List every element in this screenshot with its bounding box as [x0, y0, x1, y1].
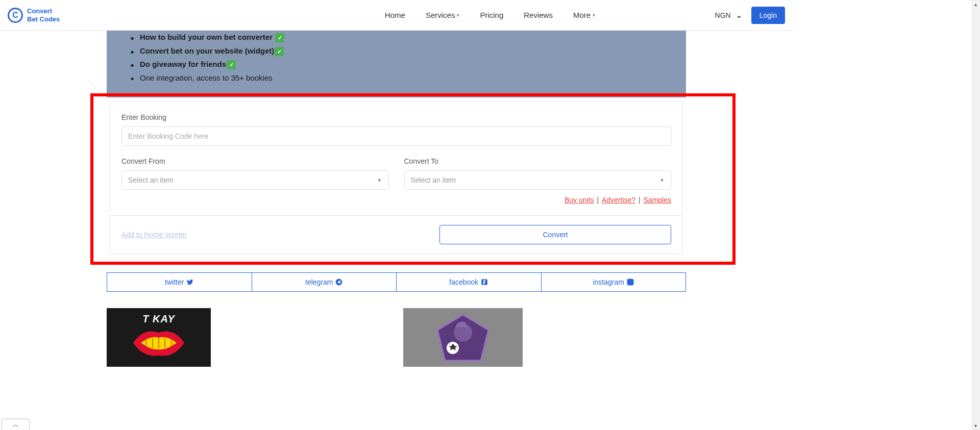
links-row: Buy units | Advertise? | Samples [121, 196, 671, 215]
header-right: NGN ⌄ Login [715, 7, 785, 24]
promo-item: Do giveaway for friends✓ [140, 58, 666, 71]
promo-box: How to build your own bet converter ✓ Co… [107, 31, 686, 97]
add-home-link[interactable]: Add to Home screen [121, 231, 187, 239]
convert-from-label: Convert From [121, 157, 389, 165]
svg-point-3 [629, 281, 632, 284]
images-row: T KAY [107, 308, 686, 367]
chevron-down-icon: ⌄ [736, 11, 742, 19]
logo[interactable]: C Convert Bet Codes [8, 7, 60, 23]
twitter-icon [186, 279, 193, 286]
promo-list: How to build your own bet converter ✓ Co… [127, 31, 666, 85]
warrior-icon [430, 310, 496, 366]
booking-input[interactable] [121, 127, 671, 146]
instagram-icon [627, 279, 634, 286]
convert-to-label: Convert To [404, 157, 672, 165]
convert-from-col: Convert From Select an item ▼ [121, 157, 389, 190]
telegram-icon [335, 279, 342, 286]
telegram-button[interactable]: telegram [252, 272, 397, 292]
convert-from-select[interactable]: Select an item ▼ [121, 170, 389, 190]
check-icon: ✓ [275, 47, 284, 56]
advertise-link[interactable]: Advertise? [602, 196, 635, 204]
logo-icon: C [8, 8, 23, 23]
svg-point-4 [632, 280, 632, 281]
logo-text: Convert Bet Codes [27, 7, 60, 23]
promo-tile-tkay[interactable]: T KAY [107, 308, 211, 367]
buy-units-link[interactable]: Buy units [565, 196, 594, 204]
nav-services[interactable]: Services ▾ [426, 11, 460, 19]
chevron-down-icon: ▾ [593, 12, 595, 18]
facebook-icon [481, 279, 488, 286]
main-container: How to build your own bet converter ✓ Co… [107, 31, 686, 367]
tile-title: T KAY [142, 313, 175, 325]
convert-button[interactable]: Convert [439, 225, 671, 244]
facebook-button[interactable]: facebook [397, 272, 542, 292]
convert-to-col: Convert To Select an item ▼ [404, 157, 672, 190]
check-icon: ✓ [275, 33, 284, 42]
highlight-box: Enter Booking Convert From Select an ite… [90, 93, 736, 265]
dropdown-arrow-icon: ▼ [377, 178, 382, 183]
lips-icon [128, 325, 189, 361]
samples-link[interactable]: Samples [644, 196, 671, 204]
main-nav: Home Services ▾ Pricing Reviews More ▾ [385, 11, 595, 19]
check-icon: ✓ [227, 60, 236, 69]
header: C Convert Bet Codes Home Services ▾ Pric… [0, 0, 793, 31]
promo-tile-warrior[interactable] [403, 308, 523, 367]
promo-item: Convert bet on your website (widget)✓ [140, 44, 666, 58]
currency-selector[interactable]: NGN ⌄ [715, 11, 742, 19]
promo-item: How to build your own bet converter ✓ [140, 31, 666, 44]
instagram-button[interactable]: instagram [542, 272, 687, 292]
chevron-down-icon: ▾ [457, 12, 459, 18]
nav-reviews[interactable]: Reviews [524, 11, 553, 19]
social-row: twitter telegram facebook instagram [107, 272, 686, 292]
twitter-button[interactable]: twitter [107, 272, 252, 292]
convert-to-select[interactable]: Select an item ▼ [404, 170, 672, 190]
form-footer: Add to Home screen Convert [110, 215, 682, 254]
login-button[interactable]: Login [751, 7, 785, 24]
nav-home[interactable]: Home [385, 11, 405, 19]
promo-item: One integration, access to 35+ bookies [140, 71, 666, 85]
convert-row: Convert From Select an item ▼ Convert To… [121, 157, 671, 190]
dropdown-arrow-icon: ▼ [659, 178, 665, 183]
nav-pricing[interactable]: Pricing [480, 11, 503, 19]
convert-form: Enter Booking Convert From Select an ite… [110, 102, 683, 254]
booking-label: Enter Booking [121, 113, 671, 121]
nav-more[interactable]: More ▾ [573, 11, 595, 19]
